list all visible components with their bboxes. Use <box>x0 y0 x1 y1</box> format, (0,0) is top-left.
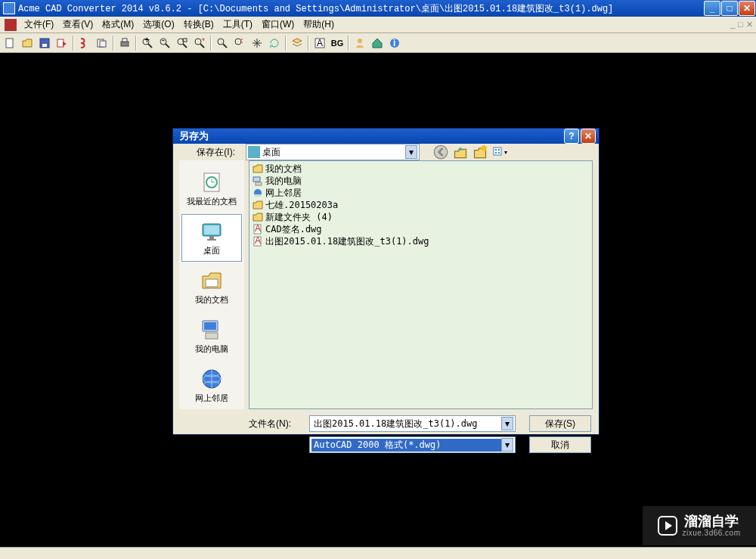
layers-button[interactable] <box>289 35 305 51</box>
file-item[interactable]: 新建文件夹 (4) <box>251 211 590 223</box>
back-button[interactable] <box>433 144 448 160</box>
zoom-in-button[interactable]: + <box>139 35 156 51</box>
svg-rect-29 <box>494 148 501 155</box>
zoom-extents-button[interactable] <box>191 35 208 51</box>
separator <box>135 36 137 51</box>
mdi-close-icon[interactable]: ✕ <box>746 20 753 30</box>
dialog-titlebar[interactable]: 另存为 ? ✕ <box>173 129 599 144</box>
dialog-title: 另存为 <box>176 129 564 143</box>
svg-rect-46 <box>253 177 260 182</box>
separator <box>285 36 287 51</box>
up-button[interactable] <box>453 144 468 160</box>
computer-icon <box>253 175 263 186</box>
svg-rect-2 <box>42 44 47 47</box>
folder-icon <box>253 200 263 210</box>
dialog-help-button[interactable]: ? <box>564 129 579 144</box>
place-desktop[interactable]: 桌面 <box>181 214 242 262</box>
dwg-icon: A <box>253 236 263 247</box>
zoom-out-button[interactable]: - <box>156 35 173 51</box>
minimize-button[interactable]: _ <box>704 1 720 16</box>
close-button[interactable]: ✕ <box>739 1 755 16</box>
dropdown-icon[interactable]: ▾ <box>501 438 513 452</box>
bg-button[interactable]: BG <box>329 35 345 51</box>
svg-rect-6 <box>121 42 129 46</box>
lookin-combo[interactable]: 桌面 ▾ <box>246 144 420 160</box>
dropdown-icon[interactable]: ▾ <box>405 145 417 159</box>
new-folder-button[interactable] <box>472 144 488 160</box>
zoom-previous-button[interactable] <box>231 35 248 51</box>
export-button[interactable] <box>54 35 70 51</box>
filetype-combo[interactable]: AutoCAD 2000 格式(*.dwg) ▾ <box>309 436 516 453</box>
dialog-close-button[interactable]: ✕ <box>581 129 596 144</box>
file-list[interactable]: 我的文档 我的电脑 网上邻居 七雄.20150203a 新建文件夹 (4) A … <box>249 160 593 409</box>
place-documents[interactable]: 我的文档 <box>181 263 242 311</box>
home-button[interactable] <box>369 35 386 51</box>
app-logo-icon <box>5 19 17 31</box>
mdi-minimize-icon[interactable]: _ <box>730 20 735 30</box>
svg-rect-37 <box>204 225 219 234</box>
window-titlebar: Acme CAD Converter 2014 v8.6.2 - [C:\Doc… <box>0 0 756 17</box>
svg-text:A: A <box>255 236 261 246</box>
font-button[interactable]: A <box>311 35 328 51</box>
menu-tools[interactable]: 工具(T) <box>218 16 257 33</box>
svg-text:A: A <box>255 224 261 234</box>
zoom-realtime-button[interactable] <box>214 35 231 51</box>
convert-pdf-button[interactable] <box>76 35 93 51</box>
zoom-window-button[interactable] <box>174 35 191 51</box>
svg-point-27 <box>434 145 448 159</box>
menu-convert[interactable]: 转换(B) <box>179 16 218 33</box>
file-item[interactable]: 我的文档 <box>251 163 590 175</box>
svg-text:+: + <box>144 37 150 45</box>
maximize-button[interactable]: □ <box>721 1 738 16</box>
save-button[interactable] <box>36 35 53 51</box>
separator <box>73 36 74 51</box>
svg-rect-40 <box>206 279 218 287</box>
place-network[interactable]: 网上邻居 <box>181 362 242 409</box>
desktop-icon <box>248 146 260 158</box>
save-button[interactable]: 保存(S) <box>529 415 591 432</box>
file-item[interactable]: 我的电脑 <box>251 175 590 187</box>
dropdown-icon[interactable]: ▾ <box>501 417 513 430</box>
filename-input[interactable]: 出图2015.01.18建筑图改_t3(1).dwg ▾ <box>309 415 516 432</box>
svg-line-12 <box>166 44 169 48</box>
computer-icon <box>200 318 224 342</box>
new-button[interactable] <box>2 35 18 51</box>
svg-point-21 <box>235 39 241 45</box>
pan-button[interactable] <box>249 35 265 51</box>
place-recent[interactable]: 我最近的文档 <box>181 165 242 213</box>
menu-format[interactable]: 格式(M) <box>98 16 138 33</box>
mdi-restore-icon[interactable]: □ <box>738 20 743 30</box>
menu-window[interactable]: 窗口(W) <box>257 16 299 33</box>
svg-rect-43 <box>206 333 218 339</box>
info-button[interactable]: i <box>386 35 403 51</box>
svg-rect-3 <box>57 39 64 47</box>
watermark: 溜溜自学 zixue.3d66.com <box>643 506 756 545</box>
file-item[interactable]: A 出图2015.01.18建筑图改_t3(1).dwg <box>251 235 590 247</box>
svg-rect-33 <box>498 152 500 154</box>
menu-options[interactable]: 选项(O) <box>138 16 178 33</box>
user-button[interactable] <box>352 35 368 51</box>
cancel-button[interactable]: 取消 <box>529 436 591 453</box>
places-bar: 我最近的文档 桌面 我的文档 我的电脑 网上邻居 <box>179 160 244 409</box>
print-button[interactable] <box>116 35 133 51</box>
window-title: Acme CAD Converter 2014 v8.6.2 - [C:\Doc… <box>18 2 704 15</box>
regen-button[interactable] <box>266 35 283 51</box>
file-item[interactable]: 网上邻居 <box>251 187 590 199</box>
folder-icon <box>253 212 263 222</box>
view-menu-button[interactable]: ▾ <box>492 144 507 160</box>
svg-line-15 <box>183 44 187 48</box>
place-computer[interactable]: 我的电脑 <box>181 312 242 360</box>
menu-help[interactable]: 帮助(H) <box>299 16 339 33</box>
svg-rect-31 <box>498 149 500 151</box>
separator <box>210 36 212 51</box>
menu-view[interactable]: 查看(V) <box>58 16 98 33</box>
desktop-icon <box>200 219 224 244</box>
status-bar <box>0 547 756 559</box>
convert-batch-button[interactable] <box>94 35 110 51</box>
open-button[interactable] <box>19 35 36 51</box>
svg-rect-47 <box>256 182 262 185</box>
menu-file[interactable]: 文件(F) <box>20 16 58 33</box>
lookin-value: 桌面 <box>262 146 405 159</box>
file-item[interactable]: 七雄.20150203a <box>251 199 590 211</box>
file-item[interactable]: A CAD签名.dwg <box>251 223 590 235</box>
